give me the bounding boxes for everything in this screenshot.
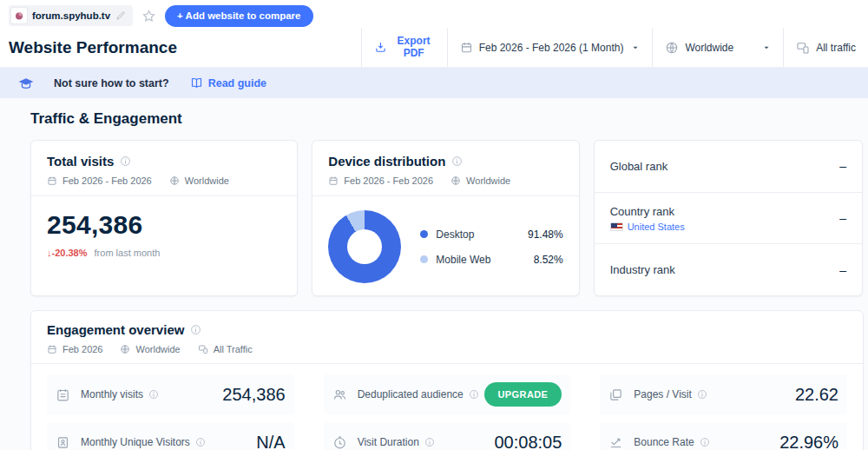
metric-monthly-visits: Monthly visits 254,386 (47, 374, 294, 414)
engagement-title: Engagement overview (47, 322, 184, 337)
globe-icon (120, 344, 130, 354)
page-title: Website Performance (0, 38, 361, 57)
desktop-dot (420, 230, 428, 238)
favorite-star-icon[interactable] (141, 9, 156, 23)
industry-rank-row: Industry rank – (595, 244, 862, 295)
guide-banner: Not sure how to start? Read guide (0, 68, 868, 98)
engagement-date: Feb 2026 (62, 344, 102, 354)
info-icon[interactable] (700, 437, 710, 447)
person-card-icon (56, 435, 70, 450)
engagement-overview-card: Engagement overview Feb 2026 Worldwide (30, 310, 864, 450)
metric-monthly-unique-visitors: Monthly Unique Visitors N/A (47, 422, 294, 450)
info-icon[interactable] (697, 389, 707, 400)
device-donut (328, 210, 401, 283)
calendar-icon (47, 175, 57, 186)
date-range-selector[interactable]: Feb 2026 - Feb 2026 (1 Month) (447, 28, 653, 67)
export-pdf-label: Export PDF (393, 36, 435, 60)
people-icon (332, 387, 347, 402)
info-icon[interactable] (424, 437, 435, 447)
total-visits-value: 254,386 (47, 210, 281, 240)
total-visits-card: Total visits Feb 2026 - Feb 2026 (30, 140, 298, 296)
info-icon[interactable] (120, 156, 131, 167)
global-rank-label: Global rank (610, 160, 667, 173)
date-range-label: Feb 2026 - Feb 2026 (1 Month) (479, 42, 624, 54)
chevron-down-icon (631, 43, 640, 52)
mobile-web-dot (420, 255, 428, 263)
country-link[interactable]: United States (610, 222, 685, 232)
device-distribution-date: Feb 2026 - Feb 2026 (344, 175, 433, 186)
visits-change-suffix: from last month (95, 248, 161, 258)
global-rank-value: – (839, 159, 846, 173)
metric-pages-per-visit: Pages / Visit 22.62 (600, 374, 847, 414)
section-title: Traffic & Engagement (30, 110, 863, 128)
total-visits-date: Feb 2026 - Feb 2026 (62, 175, 152, 186)
ranks-card: Global rank – Country rank United States… (594, 140, 863, 296)
read-guide-link[interactable]: Read guide (190, 76, 266, 89)
visit-duration-value: 00:08:05 (494, 433, 562, 450)
globe-icon (665, 41, 679, 55)
device-distribution-title: Device distribution (328, 154, 445, 169)
banner-question: Not sure how to start? (54, 77, 169, 89)
globe-icon (450, 175, 461, 186)
website-name: forum.spyhub.tv (32, 10, 110, 21)
devices-icon (796, 41, 810, 55)
add-website-button[interactable]: + Add website to compare (165, 5, 312, 27)
info-icon[interactable] (451, 156, 463, 167)
upgrade-button[interactable]: UPGRADE (484, 382, 562, 407)
engagement-region: Worldwide (135, 344, 180, 354)
calendar-icon (460, 41, 473, 54)
metric-visit-duration: Visit Duration 00:08:05 (324, 422, 571, 450)
traffic-filter-selector[interactable]: All traffic (783, 28, 868, 67)
global-rank-row: Global rank – (595, 141, 862, 193)
region-label: Worldwide (685, 42, 733, 54)
legend-item-desktop: Desktop 91.48% (420, 228, 562, 241)
graduation-cap-icon (17, 75, 35, 92)
device-distribution-card: Device distribution Feb 2026 - Feb 2026 (312, 140, 579, 296)
download-icon (374, 41, 387, 54)
metric-deduplicated-audience: Deduplicated audience UPGRADE (324, 374, 571, 414)
clock-icon (332, 435, 347, 450)
monthly-visits-value: 254,386 (222, 385, 285, 405)
engagement-traffic: All Traffic (214, 344, 253, 354)
device-distribution-region: Worldwide (466, 175, 510, 186)
calendar-icon (328, 175, 339, 186)
site-favicon (11, 8, 27, 23)
traffic-filter-label: All traffic (816, 42, 856, 54)
industry-rank-label: Industry rank (610, 263, 675, 276)
globe-icon (169, 175, 180, 186)
bounce-rate-value: 22.96% (779, 433, 838, 450)
region-selector[interactable]: Worldwide (652, 28, 783, 67)
info-icon[interactable] (148, 389, 159, 400)
info-icon[interactable] (469, 389, 479, 400)
pages-per-visit-value: 22.62 (795, 385, 838, 405)
total-visits-title: Total visits (47, 154, 114, 169)
legend-item-mobile-web: Mobile Web 8.52% (420, 254, 562, 266)
pages-icon (608, 387, 623, 402)
country-rank-label: Country rank (610, 205, 685, 218)
devices-icon (198, 344, 208, 354)
website-chip[interactable]: forum.spyhub.tv (9, 5, 133, 26)
info-icon[interactable] (195, 437, 206, 447)
calendar-check-icon (56, 387, 70, 402)
main-content: Traffic & Engagement Total visits (0, 98, 868, 450)
visits-change-badge: ↓-20.38% (47, 248, 87, 258)
industry-rank-value: – (839, 263, 846, 277)
edit-icon[interactable] (115, 10, 126, 21)
top-bar: forum.spyhub.tv + Add website to compare (0, 0, 868, 28)
monthly-unique-visitors-value: N/A (256, 433, 285, 450)
country-rank-row: Country rank United States – (595, 193, 862, 245)
info-icon[interactable] (190, 324, 201, 335)
app-window: forum.spyhub.tv + Add website to compare… (0, 0, 868, 450)
country-rank-value: – (839, 211, 846, 225)
total-visits-region: Worldwide (185, 175, 229, 186)
us-flag-icon (610, 222, 623, 231)
bounce-rate-icon (608, 435, 623, 450)
export-pdf-button[interactable]: Export PDF (361, 28, 447, 67)
chevron-down-icon (762, 43, 771, 52)
summary-cards-row: Total visits Feb 2026 - Feb 2026 (30, 140, 863, 296)
page-header: Website Performance Export PDF Feb 2026 … (0, 28, 868, 68)
calendar-icon (47, 344, 57, 354)
engagement-metrics-grid: Monthly visits 254,386 Deduplicated audi… (31, 364, 863, 450)
metric-bounce-rate: Bounce Rate 22.96% (600, 422, 847, 450)
book-icon (190, 76, 203, 89)
